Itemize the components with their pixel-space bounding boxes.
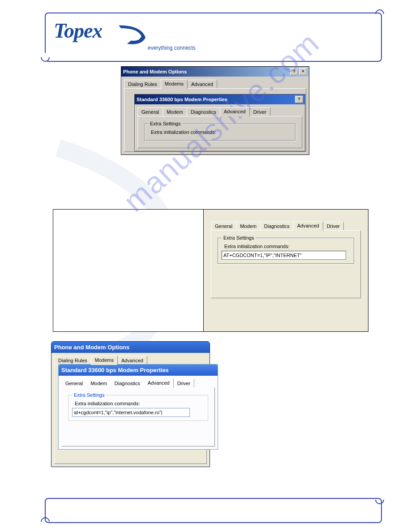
- tab-driver[interactable]: Driver: [323, 222, 344, 230]
- help-button[interactable]: ?: [295, 96, 303, 103]
- tabstrip: General Modem Diagnostics Advanced Drive…: [135, 104, 305, 116]
- logo: Topex everything connects: [54, 19, 102, 43]
- extra-settings-group: Extra Settings Extra initialization comm…: [144, 124, 295, 141]
- init-commands-input[interactable]: [72, 408, 190, 417]
- pair-left-cell: [53, 210, 204, 331]
- tab-body: Extra Settings Extra initialization comm…: [137, 116, 302, 148]
- help-button[interactable]: ?: [290, 68, 298, 75]
- modem-properties-dialog-xp: Standard 33600 bps Modem Properties Gene…: [58, 364, 218, 450]
- tab-diagnostics[interactable]: Diagnostics: [187, 107, 220, 116]
- group-legend: Extra Settings: [222, 235, 256, 240]
- dialog-title: Phone and Modem Options: [123, 69, 187, 74]
- tab-driver[interactable]: Driver: [249, 107, 270, 116]
- pair-right-cell: General Modem Diagnostics Advanced Drive…: [204, 210, 368, 331]
- screenshot-pair-frame: General Modem Diagnostics Advanced Drive…: [53, 209, 368, 332]
- dialog-titlebar[interactable]: Phone and Modem Options ? ×: [121, 67, 309, 77]
- tab-modems[interactable]: Modems: [91, 356, 118, 365]
- tab-advanced[interactable]: Advanced: [117, 356, 147, 365]
- tab-advanced[interactable]: Advanced: [293, 221, 323, 231]
- init-commands-label: Extra initialization commands:: [75, 401, 204, 406]
- tab-dialing-rules[interactable]: Dialing Rules: [124, 80, 161, 88]
- tab-diagnostics[interactable]: Diagnostics: [260, 222, 294, 230]
- extra-settings-group: Extra Settings Extra initialization comm…: [68, 395, 208, 421]
- footer-frame: [45, 498, 382, 523]
- tab-body: Extra Settings Extra initialization comm…: [211, 230, 361, 298]
- group-legend: Extra Settings: [148, 121, 182, 126]
- logo-swoosh-icon: [116, 23, 150, 48]
- tab-advanced[interactable]: Advanced: [187, 80, 217, 88]
- init-commands-label: Extra initialization commands:: [224, 244, 350, 249]
- dialog-titlebar[interactable]: Standard 33600 bps Modem Properties ?: [135, 94, 305, 104]
- dialog-titlebar[interactable]: Phone and Modem Options: [51, 342, 210, 353]
- tab-general[interactable]: General: [137, 107, 163, 116]
- tabstrip: General Modem Diagnostics Advanced Drive…: [59, 376, 218, 387]
- tabstrip: Dialing Rules Modems Advanced: [121, 77, 309, 88]
- tab-advanced[interactable]: Advanced: [220, 107, 250, 116]
- tabstrip: General Modem Diagnostics Advanced Drive…: [208, 219, 364, 230]
- extra-settings-group: Extra Settings Extra initialization comm…: [218, 238, 354, 264]
- dialog-title: Standard 33600 bps Modem Properties: [61, 367, 169, 373]
- tab-driver[interactable]: Driver: [173, 379, 194, 387]
- tab-dialing-rules[interactable]: Dialing Rules: [54, 356, 91, 365]
- close-button[interactable]: ×: [299, 68, 307, 75]
- logo-brand: Topex: [54, 19, 102, 42]
- tab-modem[interactable]: Modem: [236, 222, 261, 230]
- tab-advanced[interactable]: Advanced: [144, 378, 174, 388]
- init-commands-input[interactable]: [222, 251, 346, 260]
- init-commands-label: Extra initialization commands:: [151, 129, 291, 135]
- dialog-title: Standard 33600 bps Modem Properties: [137, 97, 227, 102]
- modem-properties-advanced-panel: General Modem Diagnostics Advanced Drive…: [208, 219, 364, 301]
- tab-general[interactable]: General: [61, 379, 87, 387]
- group-legend: Extra Settings: [72, 392, 106, 398]
- tabstrip: Dialing Rules Modems Advanced: [51, 353, 210, 365]
- tab-general[interactable]: General: [211, 222, 236, 230]
- tab-modems[interactable]: Modems: [161, 79, 188, 89]
- dialog-title: Phone and Modem Options: [54, 344, 129, 351]
- tab-modem[interactable]: Modem: [86, 379, 111, 387]
- dialog-titlebar[interactable]: Standard 33600 bps Modem Properties: [59, 365, 218, 376]
- logo-tagline: everything connects: [148, 45, 196, 51]
- tab-modem[interactable]: Modem: [163, 107, 187, 116]
- tab-diagnostics[interactable]: Diagnostics: [111, 379, 144, 387]
- tab-body: Extra Settings Extra initialization comm…: [61, 387, 215, 446]
- modem-properties-dialog: Standard 33600 bps Modem Properties ? Ge…: [134, 94, 305, 151]
